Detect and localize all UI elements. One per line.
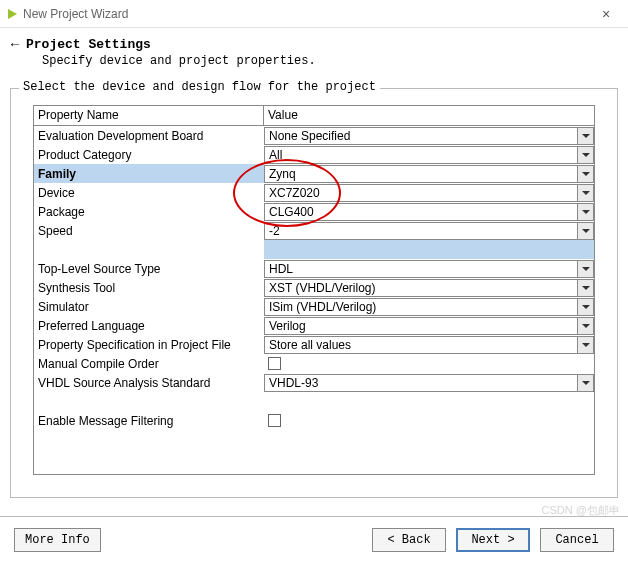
property-grid: Property Name Value Evaluation Developme… <box>33 105 595 475</box>
property-value-cell[interactable]: HDL <box>264 259 594 278</box>
table-row: Synthesis ToolXST (VHDL/Verilog) <box>34 278 594 297</box>
checkbox[interactable] <box>268 357 281 370</box>
wizard-footer: More Info < Back Next > Cancel <box>0 516 628 562</box>
chevron-down-icon[interactable] <box>577 298 594 316</box>
chevron-down-icon[interactable] <box>577 203 594 221</box>
property-value-cell[interactable]: -2 <box>264 221 594 240</box>
property-value-cell[interactable] <box>264 411 594 430</box>
dropdown-value[interactable]: XC7Z020 <box>264 184 577 202</box>
property-label: Simulator <box>34 297 264 316</box>
chevron-down-icon[interactable] <box>577 317 594 335</box>
table-row: Property Specification in Project FileSt… <box>34 335 594 354</box>
property-label: VHDL Source Analysis Standard <box>34 373 264 392</box>
wizard-header: ← Project Settings Specify device and pr… <box>0 28 628 80</box>
property-value-cell[interactable]: Store all values <box>264 335 594 354</box>
chevron-down-icon[interactable] <box>577 336 594 354</box>
back-arrow-icon[interactable]: ← <box>8 36 22 52</box>
table-row <box>34 240 594 259</box>
settings-group: Select the device and design flow for th… <box>10 88 618 498</box>
property-label: Enable Message Filtering <box>34 411 264 430</box>
chevron-down-icon[interactable] <box>577 260 594 278</box>
property-value-cell[interactable]: XC7Z020 <box>264 183 594 202</box>
dropdown-value[interactable]: -2 <box>264 222 577 240</box>
dropdown-value[interactable]: Zynq <box>264 165 577 183</box>
property-label: Device <box>34 183 264 202</box>
property-label: Speed <box>34 221 264 240</box>
property-value-cell <box>264 392 594 411</box>
chevron-down-icon[interactable] <box>577 222 594 240</box>
property-label: Preferred Language <box>34 316 264 335</box>
property-label: Top-Level Source Type <box>34 259 264 278</box>
table-row: VHDL Source Analysis StandardVHDL-93 <box>34 373 594 392</box>
titlebar: New Project Wizard × <box>0 0 628 28</box>
table-row <box>34 392 594 411</box>
property-label <box>34 240 264 259</box>
dropdown-value[interactable]: CLG400 <box>264 203 577 221</box>
table-row: Preferred LanguageVerilog <box>34 316 594 335</box>
table-row: Manual Compile Order <box>34 354 594 373</box>
property-value-cell[interactable]: Zynq <box>264 164 594 183</box>
property-value-cell[interactable]: XST (VHDL/Verilog) <box>264 278 594 297</box>
col-header-property: Property Name <box>34 106 264 125</box>
dropdown-value[interactable]: None Specified <box>264 127 577 145</box>
dropdown-value[interactable]: Verilog <box>264 317 577 335</box>
property-label: Property Specification in Project File <box>34 335 264 354</box>
table-row: Top-Level Source TypeHDL <box>34 259 594 278</box>
dropdown-value[interactable]: All <box>264 146 577 164</box>
back-button[interactable]: < Back <box>372 528 446 552</box>
property-value-cell[interactable]: All <box>264 145 594 164</box>
close-icon[interactable]: × <box>592 6 620 22</box>
grid-header: Property Name Value <box>34 106 594 126</box>
chevron-down-icon[interactable] <box>577 127 594 145</box>
property-label: Package <box>34 202 264 221</box>
property-value-cell[interactable] <box>264 354 594 373</box>
dropdown-value[interactable]: ISim (VHDL/Verilog) <box>264 298 577 316</box>
table-row: PackageCLG400 <box>34 202 594 221</box>
property-value-cell <box>264 240 594 259</box>
chevron-down-icon[interactable] <box>577 146 594 164</box>
chevron-down-icon[interactable] <box>577 279 594 297</box>
property-value-cell[interactable]: Verilog <box>264 316 594 335</box>
table-row: Speed-2 <box>34 221 594 240</box>
table-row: SimulatorISim (VHDL/Verilog) <box>34 297 594 316</box>
property-label: Family <box>34 164 264 183</box>
table-row: FamilyZynq <box>34 164 594 183</box>
cancel-button[interactable]: Cancel <box>540 528 614 552</box>
table-row: Product CategoryAll <box>34 145 594 164</box>
chevron-down-icon[interactable] <box>577 374 594 392</box>
dropdown-value[interactable]: VHDL-93 <box>264 374 577 392</box>
page-title: Project Settings <box>26 37 151 52</box>
property-value-cell[interactable]: CLG400 <box>264 202 594 221</box>
dropdown-value[interactable]: Store all values <box>264 336 577 354</box>
page-subtitle: Specify device and project properties. <box>42 54 620 68</box>
window-title: New Project Wizard <box>23 7 592 21</box>
dropdown-value[interactable]: XST (VHDL/Verilog) <box>264 279 577 297</box>
property-label <box>34 392 264 411</box>
table-row: Evaluation Development BoardNone Specifi… <box>34 126 594 145</box>
chevron-down-icon[interactable] <box>577 165 594 183</box>
property-label: Evaluation Development Board <box>34 126 264 145</box>
next-button[interactable]: Next > <box>456 528 530 552</box>
table-row: Enable Message Filtering <box>34 411 594 430</box>
checkbox[interactable] <box>268 414 281 427</box>
col-header-value: Value <box>264 106 594 125</box>
property-value-cell[interactable]: ISim (VHDL/Verilog) <box>264 297 594 316</box>
dropdown-value[interactable]: HDL <box>264 260 577 278</box>
property-label: Manual Compile Order <box>34 354 264 373</box>
property-value-cell[interactable]: None Specified <box>264 126 594 145</box>
property-label: Synthesis Tool <box>34 278 264 297</box>
more-info-button[interactable]: More Info <box>14 528 101 552</box>
table-row: DeviceXC7Z020 <box>34 183 594 202</box>
chevron-down-icon[interactable] <box>577 184 594 202</box>
property-value-cell[interactable]: VHDL-93 <box>264 373 594 392</box>
property-label: Product Category <box>34 145 264 164</box>
group-label: Select the device and design flow for th… <box>19 80 380 94</box>
app-icon <box>8 9 17 19</box>
